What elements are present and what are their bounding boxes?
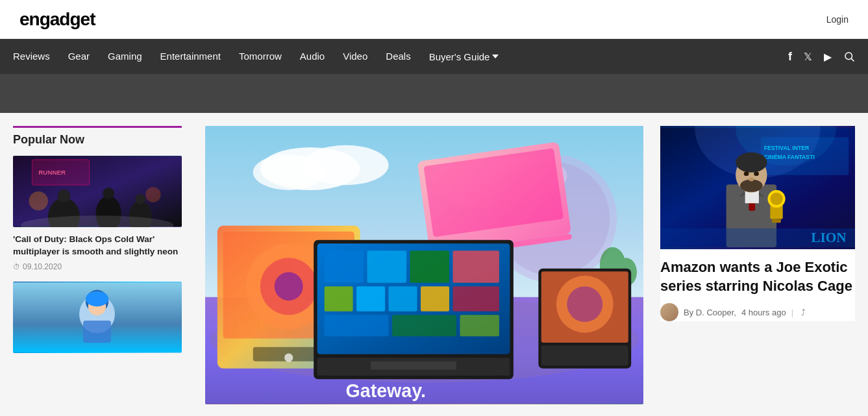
top-bar: engadget Login (0, 0, 868, 39)
article-1-image: RUNNER (13, 156, 182, 227)
svg-rect-62 (392, 315, 456, 336)
nav-link-tomorrow[interactable]: Tomorrow (239, 51, 282, 62)
nav-item-video[interactable]: Video (343, 51, 367, 62)
svg-point-91 (770, 193, 782, 205)
right-article[interactable]: FESTIVAL INTER CINÉMA FANTASTI (660, 126, 855, 321)
svg-rect-61 (325, 315, 389, 336)
svg-rect-65 (371, 361, 456, 370)
sidebar: Popular Now RUNNER (13, 126, 195, 404)
sidebar-article-1[interactable]: RUNNER 'Call of Duty: Black Ops Cold War… (13, 156, 182, 271)
svg-text:CINÉMA FANTASTI: CINÉMA FANTASTI (764, 154, 815, 160)
ad-banner (0, 74, 868, 113)
nav-link-buyers-guide[interactable]: Buyer's Guide (429, 51, 499, 62)
svg-point-87 (754, 171, 759, 176)
featured-article[interactable]: Gateway. (205, 126, 643, 404)
nav-link-deals[interactable]: Deals (386, 51, 410, 62)
nav-item-buyers-guide[interactable]: Buyer's Guide (429, 51, 499, 62)
search-icon[interactable] (843, 51, 855, 62)
svg-rect-53 (367, 251, 406, 282)
nav-link-gear[interactable]: Gear (68, 51, 90, 62)
nav-item-audio[interactable]: Audio (300, 51, 325, 62)
social-icons (788, 50, 855, 64)
youtube-icon[interactable] (824, 51, 832, 63)
main-content: Popular Now RUNNER (0, 113, 868, 404)
sidebar-article-2[interactable] (13, 282, 182, 353)
article-2-artwork (13, 282, 182, 353)
nav-link-audio[interactable]: Audio (300, 51, 325, 62)
login-button[interactable]: Login (826, 14, 849, 25)
svg-point-12 (145, 187, 161, 202)
svg-point-11 (29, 191, 48, 210)
svg-point-18 (86, 291, 108, 307)
article-author: By D. Cooper, (684, 308, 736, 317)
svg-point-47 (275, 272, 303, 300)
svg-rect-92 (772, 219, 781, 223)
svg-rect-63 (460, 315, 499, 336)
svg-point-85 (740, 179, 763, 191)
nav-link-gaming[interactable]: Gaming (108, 51, 142, 62)
svg-rect-60 (453, 286, 499, 311)
facebook-icon[interactable] (788, 50, 792, 64)
svg-text:LION: LION (811, 230, 847, 245)
right-column: FESTIVAL INTER CINÉMA FANTASTI (654, 126, 855, 404)
nav-link-entertainment[interactable]: Entertainment (160, 51, 221, 62)
nicolas-cage-image: FESTIVAL INTER CINÉMA FANTASTI (660, 126, 855, 249)
right-article-title: Amazon wants a Joe Exotic series starrin… (660, 258, 855, 295)
twitter-icon[interactable] (804, 51, 812, 63)
featured-image: Gateway. (205, 126, 643, 404)
svg-point-23 (303, 145, 389, 186)
author-avatar (660, 303, 678, 321)
svg-rect-55 (453, 251, 499, 282)
svg-rect-57 (356, 286, 385, 311)
nav-item-gaming[interactable]: Gaming (108, 51, 142, 62)
nav-link-reviews[interactable]: Reviews (13, 51, 50, 62)
article-2-image (13, 282, 182, 353)
svg-point-0 (845, 53, 852, 60)
nav-item-tomorrow[interactable]: Tomorrow (239, 51, 282, 62)
nav-item-entertainment[interactable]: Entertainment (160, 51, 221, 62)
svg-rect-58 (389, 286, 417, 311)
nav-links: Reviews Gear Gaming Entertainment Tomorr… (13, 51, 499, 62)
svg-line-1 (851, 58, 854, 61)
svg-point-69 (567, 286, 602, 322)
svg-rect-70 (541, 345, 628, 365)
svg-rect-56 (325, 286, 353, 311)
meta-separator: | (791, 308, 793, 317)
chevron-down-icon (492, 55, 499, 58)
svg-text:FESTIVAL INTER: FESTIVAL INTER (764, 145, 810, 151)
svg-point-86 (744, 171, 749, 176)
nav-item-gear[interactable]: Gear (68, 51, 90, 62)
svg-point-88 (749, 178, 754, 182)
nav-bar: Reviews Gear Gaming Entertainment Tomorr… (0, 39, 868, 74)
svg-text:Gateway.: Gateway. (346, 380, 426, 401)
article-1-title: 'Call of Duty: Black Ops Cold War' multi… (13, 234, 182, 258)
share-icon[interactable]: ⤴ (801, 308, 806, 317)
svg-point-49 (284, 354, 293, 362)
svg-point-84 (736, 153, 767, 173)
svg-rect-19 (83, 321, 111, 343)
article-1-artwork: RUNNER (13, 156, 182, 227)
site-logo[interactable]: engadget (19, 9, 95, 30)
nav-item-reviews[interactable]: Reviews (13, 51, 50, 62)
svg-text:RUNNER: RUNNER (38, 169, 66, 176)
article-meta: By D. Cooper, 4 hours ago | ⤴ (660, 303, 855, 321)
right-article-image: FESTIVAL INTER CINÉMA FANTASTI (660, 126, 855, 249)
popular-now-title: Popular Now (13, 126, 182, 147)
svg-rect-54 (410, 251, 449, 282)
clock-icon: ⏱ (13, 263, 20, 271)
nav-item-deals[interactable]: Deals (386, 51, 410, 62)
svg-point-8 (103, 188, 114, 199)
nav-link-video[interactable]: Video (343, 51, 367, 62)
svg-rect-59 (421, 286, 449, 311)
svg-point-6 (58, 190, 71, 202)
article-1-date: ⏱ 09.10.2020 (13, 262, 182, 271)
svg-point-10 (135, 194, 145, 204)
svg-rect-52 (325, 251, 364, 282)
article-time: 4 hours ago (741, 308, 786, 317)
